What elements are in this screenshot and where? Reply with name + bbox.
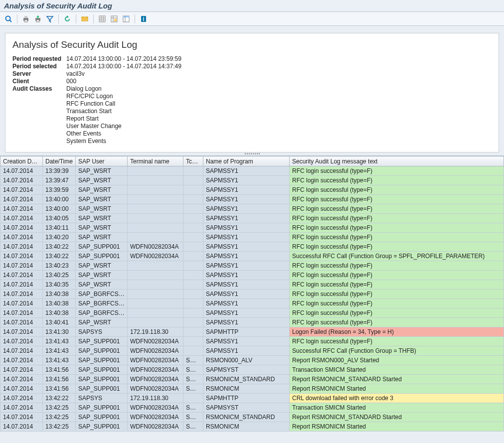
print-preview-icon[interactable] xyxy=(3,14,14,24)
cell-tcode xyxy=(183,308,203,318)
table-row[interactable]: 14.07.201413:40:00SAP_WSRTSAPMSSY1RFC lo… xyxy=(0,195,504,204)
cell-date: 14.07.2014 xyxy=(0,422,43,432)
cell-tcode xyxy=(183,214,203,223)
cell-date: 14.07.2014 xyxy=(0,346,43,356)
layout-2-icon[interactable] xyxy=(109,14,120,24)
column-header-date[interactable]: Creation Date xyxy=(0,156,43,166)
cell-terminal xyxy=(128,204,183,214)
table-row[interactable]: 14.07.201413:39:47SAP_WSRTSAPMSSY1RFC lo… xyxy=(0,176,504,185)
cell-tcode xyxy=(183,223,203,233)
table-row[interactable]: 14.07.201413:40:05SAP_WSRTSAPMSSY1RFC lo… xyxy=(0,214,504,223)
column-header-msg[interactable]: Security Audit Log message text xyxy=(290,156,504,166)
cell-terminal: WDFN00282034A xyxy=(128,356,183,365)
cell-time: 13:40:11 xyxy=(43,223,76,233)
table-row[interactable]: 14.07.201413:40:38SAP_BGRFCSUPSAPMSSY1RF… xyxy=(0,299,504,308)
table-row[interactable]: 14.07.201413:40:00SAP_WSRTSAPMSSY1RFC lo… xyxy=(0,204,504,214)
cell-msg: Report RSMON000_ALV Started xyxy=(290,356,504,365)
value-audit-classes: Dialog LogonRFC/CPIC LogonRFC Function C… xyxy=(66,85,186,145)
column-header-user[interactable]: SAP User xyxy=(76,156,128,166)
cell-user: SAP_SUPP001 xyxy=(76,356,128,365)
cell-tcode xyxy=(183,280,203,290)
cell-time: 13:42:22 xyxy=(43,394,76,403)
table-row[interactable]: 14.07.201413:40:20SAP_WSRTSAPMSSY1RFC lo… xyxy=(0,233,504,242)
table-row[interactable]: 14.07.201413:41:56SAP_SUPP001WDFN0028203… xyxy=(0,375,504,384)
table-row[interactable]: 14.07.201413:40:23SAP_WSRTSAPMSSY1RFC lo… xyxy=(0,261,504,271)
table-row[interactable]: 14.07.201413:40:22SAP_SUPP001WDFN0028203… xyxy=(0,252,504,261)
table-row[interactable]: 14.07.201413:40:38SAP_BGRFCSUPSAPMSSY1RF… xyxy=(0,290,504,299)
table-row[interactable]: 14.07.201413:41:43SAP_SUPP001WDFN0028203… xyxy=(0,356,504,365)
info-icon[interactable]: i xyxy=(138,14,149,24)
column-header-time[interactable]: Date/Time xyxy=(43,156,76,166)
cell-user: SAP_WSRT xyxy=(76,318,128,327)
cell-msg: Report RSMONICM Started xyxy=(290,422,504,432)
mail-icon[interactable] xyxy=(79,14,90,24)
cell-terminal xyxy=(128,195,183,204)
cell-user: SAP_WSRT xyxy=(76,166,128,176)
cell-terminal xyxy=(128,185,183,195)
table-row[interactable]: 14.07.201413:40:35SAP_WSRTSAPMSSY1RFC lo… xyxy=(0,280,504,290)
cell-msg: Transaction SMICM Started xyxy=(290,365,504,375)
layout-3-icon[interactable] xyxy=(121,14,132,24)
cell-user: SAP_WSRT xyxy=(76,233,128,242)
cell-terminal xyxy=(128,261,183,271)
table-row[interactable]: 14.07.201413:42:25SAP_SUPP001WDFN0028203… xyxy=(0,413,504,422)
cell-time: 13:42:25 xyxy=(43,422,76,432)
table-row[interactable]: 14.07.201413:40:22SAP_SUPP001WDFN0028203… xyxy=(0,242,504,252)
horizontal-splitter[interactable] xyxy=(0,152,504,155)
cell-program: SAPMSSY1 xyxy=(203,195,290,204)
table-row[interactable]: 14.07.201413:41:43SAP_SUPP001WDFN0028203… xyxy=(0,346,504,356)
cell-msg: Logon Failed (Reason = 34, Type = H) xyxy=(290,327,504,337)
table-row[interactable]: 14.07.201413:39:59SAP_WSRTSAPMSSY1RFC lo… xyxy=(0,185,504,195)
audit-class-item: System Events xyxy=(66,138,181,145)
grid-header-row: Creation DateDate/TimeSAP UserTerminal n… xyxy=(0,156,504,166)
cell-program: SAPMSYST xyxy=(203,403,290,413)
column-header-terminal[interactable]: Terminal name xyxy=(128,156,183,166)
cell-terminal xyxy=(128,280,183,290)
cell-terminal: 172.19.118.30 xyxy=(128,327,183,337)
cell-msg: RFC login successful (type=F) xyxy=(290,337,504,346)
cell-date: 14.07.2014 xyxy=(0,375,43,384)
table-row[interactable]: 14.07.201413:40:11SAP_WSRTSAPMSSY1RFC lo… xyxy=(0,223,504,233)
table-row[interactable]: 14.07.201413:41:30SAPSYS172.19.118.30SAP… xyxy=(0,327,504,337)
table-row[interactable]: 14.07.201413:42:25SAP_SUPP001WDFN0028203… xyxy=(0,422,504,432)
cell-date: 14.07.2014 xyxy=(0,280,43,290)
cell-user: SAP_WSRT xyxy=(76,185,128,195)
table-row[interactable]: 14.07.201413:42:22SAPSYS172.19.118.30SAP… xyxy=(0,394,504,403)
cell-program: SAPMSYST xyxy=(203,365,290,375)
cell-user: SAPSYS xyxy=(76,394,128,403)
cell-msg: RFC login successful (type=F) xyxy=(290,271,504,280)
cell-user: SAP_SUPP001 xyxy=(76,365,128,375)
cell-program: SAPMHTTP xyxy=(203,327,290,337)
cell-tcode xyxy=(183,195,203,204)
layout-1-icon[interactable] xyxy=(97,14,108,24)
cell-terminal: WDFN00282034A xyxy=(128,242,183,252)
audit-class-item: User Master Change xyxy=(66,123,181,130)
cell-program: SAPMSSY1 xyxy=(203,271,290,280)
cell-program: SAPMSSY1 xyxy=(203,318,290,327)
table-row[interactable]: 14.07.201413:41:56SAP_SUPP001WDFN0028203… xyxy=(0,365,504,375)
table-row[interactable]: 14.07.201413:41:43SAP_SUPP001WDFN0028203… xyxy=(0,337,504,346)
cell-date: 14.07.2014 xyxy=(0,403,43,413)
cell-tcode xyxy=(183,176,203,185)
label-period-requested: Period requested xyxy=(12,55,66,63)
cell-date: 14.07.2014 xyxy=(0,185,43,195)
svg-rect-16 xyxy=(114,19,117,21)
cell-time: 13:40:23 xyxy=(43,261,76,271)
table-row[interactable]: 14.07.201413:40:25SAP_WSRTSAPMSSY1RFC lo… xyxy=(0,271,504,280)
cell-msg: RFC login successful (type=F) xyxy=(290,280,504,290)
cell-msg: Report RSMONICM_STANDARD Started xyxy=(290,413,504,422)
export-icon[interactable] xyxy=(32,14,43,24)
table-row[interactable]: 14.07.201413:42:25SAP_SUPP001WDFN0028203… xyxy=(0,403,504,413)
refresh-icon[interactable] xyxy=(62,14,73,24)
table-row[interactable]: 14.07.201413:40:38SAP_BGRFCSUPSAPMSSY1RF… xyxy=(0,308,504,318)
cell-user: SAP_SUPP001 xyxy=(76,346,128,356)
filter-icon[interactable] xyxy=(44,14,55,24)
column-header-tcode[interactable]: Tcode xyxy=(183,156,203,166)
cell-program: SAPMSSY1 xyxy=(203,166,290,176)
table-row[interactable]: 14.07.201413:40:41SAP_WSRTSAPMSSY1RFC lo… xyxy=(0,318,504,327)
table-row[interactable]: 14.07.201413:41:56SAP_SUPP001WDFN0028203… xyxy=(0,384,504,394)
cell-program: SAPMSSY1 xyxy=(203,346,290,356)
print-icon[interactable] xyxy=(20,14,31,24)
table-row[interactable]: 14.07.201413:39:39SAP_WSRTSAPMSSY1RFC lo… xyxy=(0,166,504,176)
column-header-program[interactable]: Name of Program xyxy=(203,156,290,166)
